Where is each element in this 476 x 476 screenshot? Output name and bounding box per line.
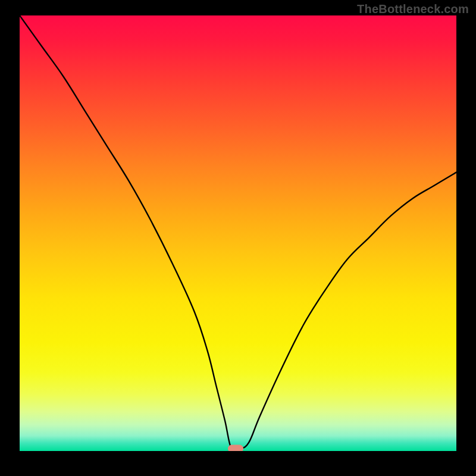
bottleneck-curve: [20, 15, 456, 451]
plot-area: [20, 15, 456, 451]
optimal-marker: [228, 445, 243, 451]
watermark-text: TheBottleneck.com: [357, 2, 469, 16]
chart-frame: TheBottleneck.com: [0, 0, 476, 476]
